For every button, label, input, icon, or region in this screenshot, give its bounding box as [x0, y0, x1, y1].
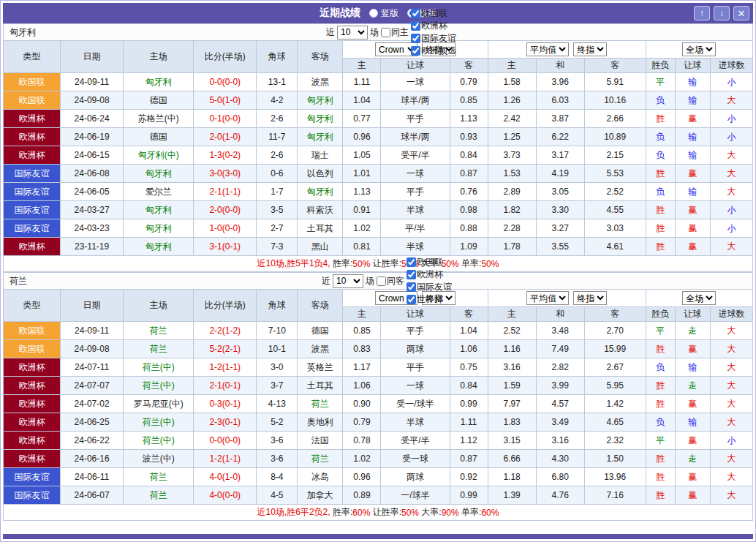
match-count-select[interactable]: 10	[337, 26, 368, 39]
league-filter[interactable]: 欧洲杯	[411, 20, 456, 32]
eu-draw-odds: 3.96	[536, 73, 584, 91]
result-handicap: 走	[675, 377, 710, 395]
league-checkbox[interactable]	[407, 295, 416, 304]
scroll-down-button[interactable]: ↓	[714, 6, 730, 20]
league-checkbox[interactable]	[411, 34, 420, 43]
scroll-up-button[interactable]: ↑	[694, 6, 710, 20]
same-venue-filter[interactable]: 同主	[381, 26, 409, 39]
league-checkbox[interactable]	[407, 257, 416, 267]
same-venue-checkbox[interactable]	[381, 28, 390, 37]
ah-line: 受一/球半	[381, 395, 450, 413]
eu-away-odds: 2.70	[584, 322, 646, 340]
eu-away-odds: 7.16	[584, 486, 646, 505]
competition-badge: 欧国联	[4, 73, 61, 91]
ah-home-odds: 1.01	[343, 165, 381, 183]
eu-home-odds: 1.26	[488, 91, 536, 110]
result-wdl: 胜	[646, 219, 675, 238]
ah-away-odds: 0.76	[450, 183, 488, 201]
euro-final-odds-select[interactable]: 终指	[573, 291, 607, 305]
ah-home-odds: 1.05	[343, 146, 381, 165]
result-handicap: 输	[675, 91, 710, 110]
result-handicap: 赢	[675, 201, 710, 219]
league-filter[interactable]: 欧洲杯	[407, 268, 452, 281]
summary-segment: 让胜率:	[370, 506, 401, 519]
ah-home-odds: 0.79	[343, 413, 381, 432]
close-button[interactable]: ✕	[733, 6, 749, 20]
league-filter[interactable]: 国际友谊	[411, 32, 456, 45]
column-header-home: 主场	[124, 41, 194, 73]
ah-home-odds: 0.96	[343, 468, 381, 486]
score: 2-1(0-1)	[194, 377, 257, 395]
corner-score: 4-5	[257, 486, 298, 505]
match-row: 国际友谊 24-03-23 匈牙利 1-0(0-0) 2-7 土耳其 1.02 …	[4, 219, 753, 238]
summary-segment: 90%	[442, 508, 459, 518]
result-goals: 小	[710, 201, 752, 219]
home-team: 匈牙利(中)	[124, 146, 194, 165]
ah-away-odds: 0.79	[450, 73, 488, 91]
ah-home-odds: 0.90	[343, 395, 381, 413]
league-checkbox[interactable]	[407, 282, 416, 292]
eu-home-odds: 2.28	[488, 219, 536, 238]
result-goals: 大	[710, 377, 752, 395]
match-date: 24-06-22	[61, 432, 124, 450]
eu-home-odds: 3.73	[488, 146, 536, 165]
euro-average-select[interactable]: 平均值	[526, 291, 569, 305]
eu-home-odds: 1.53	[488, 165, 536, 183]
eu-draw-odds: 3.30	[536, 201, 584, 219]
eu-draw-odds: 7.49	[536, 340, 584, 358]
column-header-result-handicap: 让球	[675, 59, 710, 73]
corner-score: 5-2	[257, 413, 298, 432]
corner-score: 1-7	[257, 183, 298, 201]
column-header-eu-away: 客	[584, 307, 646, 322]
league-filter[interactable]: 欧洲预选	[411, 45, 456, 57]
match-count-select[interactable]: 10	[333, 274, 363, 288]
away-team: 匈牙利	[298, 91, 343, 110]
league-checkbox[interactable]	[407, 270, 416, 279]
column-header-score: 比分(半场)	[194, 41, 257, 73]
euro-average-select[interactable]: 平均值	[526, 42, 569, 56]
score: 3-0(3-0)	[194, 165, 257, 183]
league-checkbox[interactable]	[411, 21, 420, 31]
result-handicap: 赢	[675, 468, 710, 486]
competition-badge: 欧洲杯	[4, 146, 61, 165]
away-team: 匈牙利	[298, 110, 343, 128]
corner-score: 10-1	[257, 340, 298, 358]
result-handicap: 赢	[675, 340, 710, 358]
away-team: 奥地利	[298, 413, 343, 432]
ah-line: 平手	[381, 110, 450, 128]
league-filters: 欧国联欧洲杯国际友谊欧洲预选	[411, 7, 456, 57]
league-checkbox[interactable]	[411, 9, 420, 18]
league-filter[interactable]: 欧国联	[407, 256, 452, 268]
same-venue-checkbox[interactable]	[377, 276, 386, 286]
result-wdl: 胜	[646, 468, 675, 486]
match-row: 欧国联 24-09-11 匈牙利 0-0(0-0) 13-1 波黑 1.11 一…	[4, 73, 753, 91]
ah-line: 一/球半	[381, 486, 450, 505]
same-venue-filter[interactable]: 同客	[377, 275, 404, 287]
match-count-select-slot: 10	[333, 274, 363, 288]
eu-away-odds: 3.03	[584, 219, 646, 238]
eu-away-odds: 4.61	[584, 238, 646, 256]
results-rows: 欧国联 24-09-11 荷兰 2-2(1-2) 7-10 德国 0.85 平手…	[4, 322, 753, 505]
eu-home-odds: 2.52	[488, 322, 536, 340]
competition-badge: 欧洲杯	[4, 358, 61, 377]
scope-select[interactable]: 全场	[682, 42, 716, 56]
euro-final-odds-select[interactable]: 终指	[573, 42, 607, 56]
ah-line: 半球	[381, 413, 450, 432]
home-team: 匈牙利	[124, 219, 194, 238]
league-filter[interactable]: 世界杯	[407, 293, 452, 306]
away-team: 以色列	[298, 165, 343, 183]
league-checkbox[interactable]	[411, 46, 420, 56]
league-filter[interactable]: 国际友谊	[407, 281, 452, 293]
result-wdl: 胜	[646, 486, 675, 505]
league-filter[interactable]: 欧国联	[411, 7, 456, 20]
team-section: 匈牙利 近 10 场 同主 欧国联欧洲杯国际友谊欧洲预选 类型	[3, 23, 753, 272]
match-date: 24-06-05	[61, 183, 124, 201]
league-filters: 欧国联欧洲杯国际友谊世界杯	[407, 256, 452, 306]
ah-away-odds: 0.85	[450, 91, 488, 110]
eu-away-odds: 13.96	[584, 468, 646, 486]
score: 4-0(1-0)	[194, 468, 257, 486]
scope-select[interactable]: 全场	[682, 291, 716, 305]
away-team: 匈牙利	[298, 128, 343, 146]
score: 2-0(1-0)	[194, 128, 257, 146]
match-row: 欧洲杯 24-07-11 荷兰(中) 1-2(1-1) 3-0 英格兰 1.17…	[4, 358, 753, 377]
